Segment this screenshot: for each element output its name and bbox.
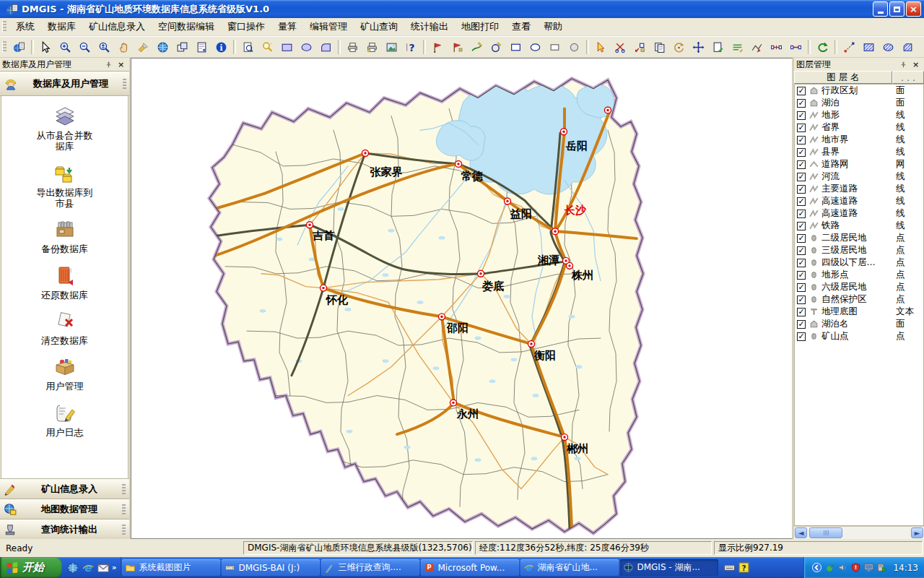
- layer-row-18[interactable]: ✓地理底图文本: [795, 306, 923, 318]
- move-button[interactable]: [689, 38, 708, 57]
- layer-checkbox[interactable]: ✓: [797, 99, 806, 108]
- print-preview-button[interactable]: [238, 38, 258, 57]
- pan-hand-button[interactable]: [114, 38, 134, 57]
- measure-line-button[interactable]: [840, 38, 859, 57]
- menu-item-0[interactable]: 系统: [9, 18, 41, 35]
- layer-row-14[interactable]: ✓四级以下居...点: [795, 256, 923, 269]
- layer-row-6[interactable]: ✓道路网网: [795, 158, 923, 171]
- layer-checkbox[interactable]: ✓: [797, 259, 806, 267]
- globe-button[interactable]: [153, 38, 173, 57]
- left-panel-section-header[interactable]: 数据库及用户管理: [0, 71, 129, 96]
- map-canvas[interactable]: 张家界常德岳阳益阳长沙吉首湘潭株州娄底怀化邵阳衡阳永州郴州: [131, 59, 792, 538]
- layer-checkbox[interactable]: ✓: [797, 173, 806, 181]
- panel-bar-globe-data[interactable]: 地图数据管理: [0, 499, 129, 519]
- ellipse-fill-button[interactable]: [297, 38, 316, 57]
- flag-point-button[interactable]: [428, 38, 448, 57]
- panel-bar-stamp[interactable]: 查询统计输出: [0, 519, 129, 539]
- printer-button[interactable]: [343, 38, 362, 57]
- taskbar-task-0[interactable]: 系统截图图片: [122, 559, 220, 576]
- menu-item-2[interactable]: 矿山信息录入: [82, 18, 152, 35]
- restore-button[interactable]: [889, 1, 905, 17]
- layer-row-15[interactable]: ✓地形点点: [795, 269, 923, 281]
- menu-item-3[interactable]: 空间数据编辑: [152, 18, 221, 35]
- quick-launch-overflow-chevron[interactable]: »: [112, 564, 116, 571]
- layer-checkbox[interactable]: ✓: [797, 271, 806, 280]
- layer-row-8[interactable]: ✓主要道路线: [795, 183, 923, 195]
- paint-brush-button[interactable]: [134, 38, 153, 57]
- zoom-out-button[interactable]: [75, 38, 95, 57]
- server-icon[interactable]: [876, 562, 887, 573]
- draw-line-button[interactable]: [467, 38, 487, 57]
- help-button[interactable]: [401, 38, 421, 57]
- layer-row-7[interactable]: ✓河流线: [795, 171, 923, 183]
- layer-checkbox[interactable]: ✓: [797, 296, 806, 304]
- layer-checkbox[interactable]: ✓: [797, 87, 806, 95]
- layer-row-4[interactable]: ✓地市界线: [795, 134, 923, 146]
- wedge-fill-button[interactable]: [316, 38, 336, 57]
- panel-item-user[interactable]: 用户管理: [37, 355, 93, 392]
- rect2-outline-button[interactable]: [545, 38, 565, 57]
- layer-row-3[interactable]: ✓省界线: [795, 121, 923, 134]
- window-copy-button[interactable]: [173, 38, 192, 57]
- layer-checkbox[interactable]: ✓: [797, 234, 806, 243]
- layer-checkbox[interactable]: ✓: [797, 210, 806, 218]
- taskbar-task-5[interactable]: DMGIS - 湖南...: [620, 559, 718, 576]
- search-yellow-button[interactable]: [258, 38, 277, 57]
- panel-close-icon[interactable]: ×: [910, 59, 922, 70]
- quick-launch-globe-icon[interactable]: [66, 561, 79, 574]
- panel-item-log[interactable]: 用户日志: [37, 402, 93, 438]
- layer-checkbox[interactable]: ✓: [797, 332, 806, 341]
- tray-collapse-icon[interactable]: [811, 562, 822, 573]
- pin-icon[interactable]: [897, 59, 910, 70]
- panel-item-backup[interactable]: 备份数据库: [37, 218, 93, 254]
- page-edit-button[interactable]: [708, 38, 728, 57]
- taskbar-task-1[interactable]: DMGIS-BAI (J:): [222, 559, 320, 576]
- layer-row-16[interactable]: ✓六级居民地点: [795, 281, 923, 293]
- rect-outline-button[interactable]: [506, 38, 526, 57]
- panel-item-clear[interactable]: 清空数据库: [37, 310, 93, 346]
- menu-item-9[interactable]: 地图打印: [455, 18, 505, 35]
- globe-doc-button[interactable]: [9, 38, 29, 57]
- panel-bar-pen[interactable]: 矿山信息录入: [0, 478, 129, 499]
- column-layer-name[interactable]: 图 层 名: [794, 71, 892, 84]
- layer-row-5[interactable]: ✓县界线: [795, 146, 923, 158]
- panel-item-merge[interactable]: 从市县合并数据库: [37, 105, 93, 152]
- line-edit-button[interactable]: [728, 38, 747, 57]
- undo-button[interactable]: [813, 38, 832, 57]
- layer-row-2[interactable]: ✓地形线: [795, 109, 923, 121]
- menu-item-8[interactable]: 统计输出: [404, 18, 455, 35]
- layer-row-17[interactable]: ✓自然保护区点: [795, 293, 923, 306]
- scroll-right-arrow[interactable]: ►: [911, 527, 923, 538]
- menu-item-11[interactable]: 帮助: [537, 18, 569, 35]
- menu-item-5[interactable]: 量算: [271, 18, 303, 35]
- flag-point2-button[interactable]: [448, 38, 467, 57]
- printer-setup-button[interactable]: [362, 38, 382, 57]
- layer-row-1[interactable]: ✓湖泊面: [795, 97, 923, 109]
- column-more[interactable]: . . .: [892, 71, 924, 84]
- quick-launch-ie-icon[interactable]: [82, 561, 95, 574]
- layer-checkbox[interactable]: ✓: [797, 185, 806, 194]
- display-icon[interactable]: [863, 562, 874, 573]
- tray-green-icon[interactable]: [824, 562, 835, 573]
- cursor-button[interactable]: [36, 38, 56, 57]
- taskbar-task-3[interactable]: Microsoft Pow...: [421, 559, 519, 576]
- layer-checkbox[interactable]: ✓: [797, 136, 806, 144]
- layer-row-19[interactable]: ✓湖泊名面: [795, 318, 923, 330]
- layer-checkbox[interactable]: ✓: [797, 111, 806, 120]
- menu-item-6[interactable]: 编辑管理: [303, 18, 354, 35]
- layer-checkbox[interactable]: ✓: [797, 308, 806, 316]
- copy-button[interactable]: [650, 38, 669, 57]
- ellipse-outline-button[interactable]: [526, 38, 545, 57]
- layer-checkbox[interactable]: ✓: [797, 197, 806, 206]
- layer-checkbox[interactable]: ✓: [797, 148, 806, 157]
- node-move-button[interactable]: [630, 38, 650, 57]
- security-shield-icon[interactable]: [850, 562, 861, 573]
- start-button[interactable]: 开始: [0, 557, 62, 578]
- taskbar-task-2[interactable]: 三维行政查询....: [321, 559, 419, 576]
- layer-row-13[interactable]: ✓三级居民地点: [795, 244, 923, 256]
- quick-launch-mail-icon[interactable]: [97, 561, 110, 574]
- ime-help-icon[interactable]: [738, 561, 750, 574]
- hatch-rect-button[interactable]: [859, 38, 879, 57]
- layer-checkbox[interactable]: ✓: [797, 160, 806, 169]
- rotate-button[interactable]: [669, 38, 689, 57]
